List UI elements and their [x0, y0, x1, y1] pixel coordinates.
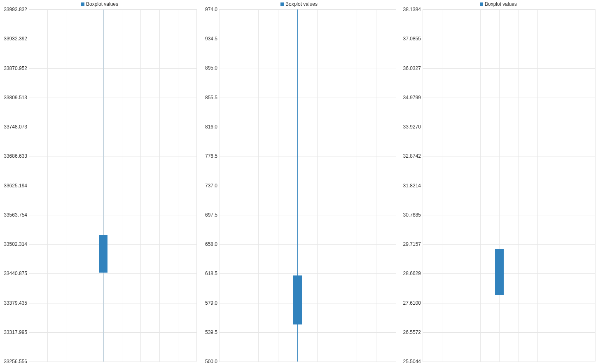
- gridline: [29, 332, 196, 333]
- y-tick-label: 33809.513: [4, 95, 29, 100]
- y-tick-label: 30.7685: [403, 212, 423, 218]
- gridline: [423, 362, 595, 362]
- y-tick-label: 816.0: [205, 124, 219, 130]
- y-tick-label: 776.5: [205, 153, 219, 159]
- plot-area: 33256.55633317.99533379.43533440.8753350…: [29, 9, 197, 362]
- gridline: [423, 68, 595, 69]
- y-tick-label: 28.6629: [403, 271, 423, 276]
- y-tick-label: 33993.832: [4, 7, 29, 12]
- gridline: [29, 244, 196, 245]
- y-tick-label: 25.5044: [403, 359, 423, 364]
- gridline: [219, 156, 396, 156]
- y-tick-label: 36.0327: [403, 65, 423, 71]
- legend-label: Boxplot values: [485, 1, 517, 7]
- gridline: [29, 127, 196, 127]
- gridline: [423, 98, 595, 98]
- gridline: [219, 68, 396, 68]
- gridline: [29, 362, 196, 362]
- y-tick-label: 33870.952: [4, 65, 29, 71]
- y-tick-label: 500.0: [205, 359, 219, 364]
- gridline: [219, 186, 396, 186]
- gridline: [219, 39, 396, 39]
- gridline: [219, 127, 396, 127]
- gridline: [423, 244, 595, 245]
- gridline: [219, 303, 396, 303]
- gridline: [219, 332, 396, 333]
- y-tick-label: 33563.754: [4, 212, 29, 218]
- gridline-vertical: [196, 9, 197, 362]
- gridline: [29, 39, 196, 39]
- y-tick-label: 33625.194: [4, 183, 29, 189]
- gridline: [29, 215, 196, 215]
- boxplot-whisker: [499, 9, 499, 362]
- y-tick-label: 33379.435: [4, 300, 29, 306]
- y-tick-label: 38.1384: [403, 7, 423, 12]
- y-tick-label: 579.0: [205, 300, 219, 306]
- plot-grid: 500.0539.5579.0618.5658.0697.5737.0776.5…: [219, 9, 396, 362]
- legend-label: Boxplot values: [285, 1, 318, 7]
- gridline-vertical: [595, 9, 596, 362]
- gridline: [219, 273, 396, 274]
- gridline: [219, 215, 396, 215]
- y-tick-label: 539.5: [205, 329, 219, 335]
- y-tick-label: 895.0: [205, 65, 219, 71]
- y-tick-label: 974.0: [205, 7, 219, 12]
- gridline: [29, 98, 196, 98]
- y-tick-label: 658.0: [205, 241, 219, 247]
- gridline: [423, 215, 595, 215]
- legend: Boxplot values: [399, 1, 598, 7]
- chart-panel-3: Boxplot values25.504426.557227.610028.66…: [399, 0, 598, 364]
- y-tick-label: 697.5: [205, 212, 219, 218]
- boxplot-box: [99, 235, 107, 273]
- y-tick-label: 27.6100: [403, 300, 423, 306]
- y-tick-label: 33317.995: [4, 329, 29, 335]
- gridline-vertical: [396, 9, 396, 362]
- gridline: [219, 362, 396, 362]
- plot-area: 25.504426.557227.610028.662929.715730.76…: [423, 9, 596, 362]
- boxplot-box: [495, 249, 504, 296]
- legend: Boxplot values: [199, 1, 399, 7]
- gridline: [423, 303, 595, 303]
- y-tick-label: 33932.392: [4, 36, 29, 42]
- y-tick-label: 934.5: [205, 36, 219, 42]
- gridline: [29, 303, 196, 303]
- y-tick-label: 33686.633: [4, 153, 29, 159]
- gridline: [423, 9, 595, 10]
- gridline: [423, 127, 595, 127]
- y-tick-label: 37.0855: [403, 36, 423, 42]
- y-tick-label: 855.5: [205, 95, 219, 100]
- y-tick-label: 737.0: [205, 183, 219, 189]
- gridline: [423, 156, 595, 156]
- y-tick-label: 33502.314: [4, 241, 29, 247]
- chart-panel-2: Boxplot values500.0539.5579.0618.5658.06…: [199, 0, 399, 364]
- gridline: [29, 68, 196, 69]
- y-tick-label: 33256.556: [4, 359, 29, 364]
- boxplot-box: [293, 275, 302, 324]
- y-tick-label: 618.5: [205, 271, 219, 276]
- y-tick-label: 33748.073: [4, 124, 29, 130]
- gridline: [219, 244, 396, 245]
- y-tick-label: 34.9799: [403, 95, 423, 100]
- y-tick-label: 31.8214: [403, 183, 423, 189]
- gridline: [29, 186, 196, 186]
- y-tick-label: 29.7157: [403, 241, 423, 247]
- gridline: [29, 9, 196, 10]
- legend-label: Boxplot values: [86, 1, 118, 7]
- gridline: [219, 9, 396, 10]
- plot-area: 500.0539.5579.0618.5658.0697.5737.0776.5…: [219, 9, 396, 362]
- y-tick-label: 32.8742: [403, 153, 423, 159]
- gridline: [29, 156, 196, 156]
- gridline: [29, 273, 196, 274]
- y-tick-label: 26.5572: [403, 329, 423, 335]
- chart-panel-1: Boxplot values33256.55633317.99533379.43…: [0, 0, 199, 364]
- gridline: [423, 186, 595, 186]
- legend-swatch: [480, 2, 483, 6]
- plot-grid: 33256.55633317.99533379.43533440.8753350…: [29, 9, 197, 362]
- legend-swatch: [81, 2, 84, 6]
- gridline: [423, 273, 595, 274]
- plot-grid: 25.504426.557227.610028.662929.715730.76…: [423, 9, 596, 362]
- y-tick-label: 33440.875: [4, 271, 29, 276]
- chart-panels: Boxplot values33256.55633317.99533379.43…: [0, 0, 598, 364]
- gridline: [219, 98, 396, 98]
- legend: Boxplot values: [0, 1, 199, 7]
